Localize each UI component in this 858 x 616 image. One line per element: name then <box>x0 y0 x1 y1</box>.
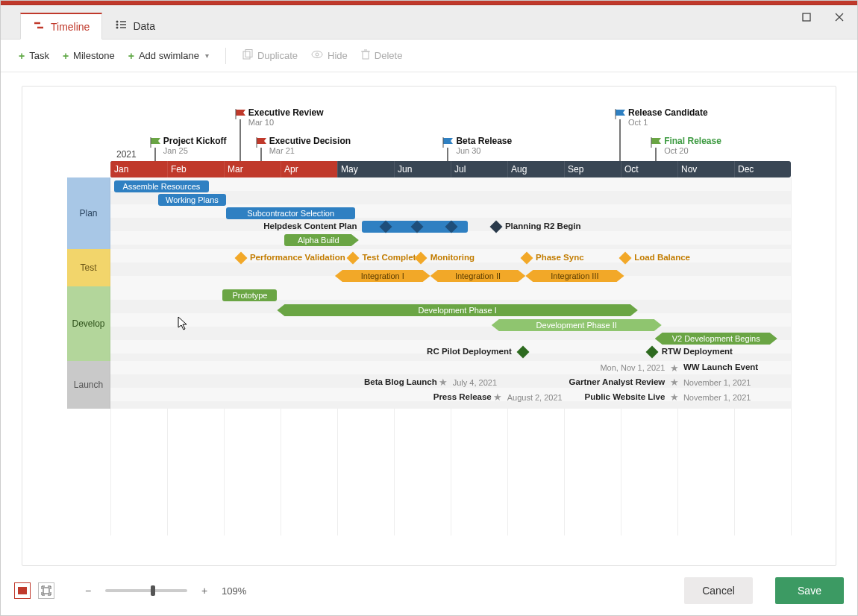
tab-timeline-label: Timeline <box>51 21 90 33</box>
footer: − + 109% Cancel Save <box>1 573 857 615</box>
maximize-icon[interactable] <box>793 8 820 26</box>
month-cell[interactable]: Jun <box>394 161 451 177</box>
month-cell[interactable]: Dec <box>734 161 791 177</box>
press-label: Press Release <box>433 392 492 401</box>
checkpoint-diamond-icon <box>445 221 457 233</box>
milestone-tc[interactable] <box>347 252 360 265</box>
timeline-flag[interactable]: Beta ReleaseJun 30 <box>442 137 454 161</box>
timeline-flag[interactable]: Project KickoffJan 25 <box>150 137 162 161</box>
month-cell[interactable]: Feb <box>167 161 224 177</box>
svg-rect-23 <box>43 588 49 594</box>
timeline-canvas[interactable]: Project KickoffJan 25Executive ReviewMar… <box>22 86 836 566</box>
zoom-out-button[interactable]: − <box>83 585 93 597</box>
task-integration-2[interactable]: Integration II <box>430 270 526 282</box>
milestone-lb[interactable] <box>619 252 632 265</box>
month-cell[interactable]: Sep <box>564 161 621 177</box>
task-working-plans[interactable]: Working Plans <box>158 194 226 206</box>
save-button[interactable]: Save <box>775 577 844 604</box>
milestone-ps-label: Phase Sync <box>536 253 584 262</box>
month-cell[interactable]: May <box>337 161 394 177</box>
task-devphase1[interactable]: Development Phase I <box>277 304 637 316</box>
gartner-date: November 1, 2021 <box>683 378 751 387</box>
zoom-in-button[interactable]: + <box>199 585 210 597</box>
zoom-thumb[interactable] <box>151 585 155 596</box>
hide-button[interactable]: Hide <box>311 50 348 61</box>
milestone-lb-label: Load Balance <box>634 253 690 262</box>
month-cell[interactable]: Oct <box>621 161 677 177</box>
list-icon <box>115 19 127 32</box>
month-axis[interactable]: JanFebMarAprMayJunJulAugSepOctNovDec <box>110 161 791 177</box>
checkpoint-diamond-icon <box>411 221 424 233</box>
tab-data[interactable]: Data <box>102 12 168 39</box>
flag-label: Release Candidate <box>628 107 708 118</box>
task-integration-3[interactable]: Integration III <box>525 270 624 282</box>
milestone-planning-r2[interactable] <box>489 221 502 233</box>
eye-icon <box>311 50 323 61</box>
press-date: August 2, 2021 <box>507 393 563 402</box>
month-cell[interactable]: Nov <box>677 161 734 177</box>
flag-label: Project Kickoff <box>163 136 227 146</box>
task-assemble-resources[interactable]: Assemble Resources <box>114 180 210 192</box>
lane-launch[interactable]: Launch Mon, Nov 1, 2021 ★ WW Launch Even… <box>67 361 791 409</box>
task-prototype[interactable]: Prototype <box>222 289 277 301</box>
star-icon[interactable]: ★ <box>493 392 504 402</box>
duplicate-button[interactable]: Duplicate <box>242 49 298 62</box>
milestone-perf[interactable] <box>234 252 247 265</box>
add-task-button[interactable]: + Task <box>19 50 49 62</box>
month-cell[interactable]: Aug <box>507 161 564 177</box>
lane-plan-body: Assemble Resources Working Plans Subcont… <box>110 177 791 249</box>
task-devphase2[interactable]: Development Phase II <box>492 319 662 331</box>
plus-icon: + <box>63 50 69 62</box>
plus-icon: + <box>128 50 134 62</box>
milestone-rcpilot[interactable] <box>517 346 530 359</box>
add-swimlane-button[interactable]: + Add swimlane ▾ <box>128 50 209 62</box>
month-cell[interactable]: Mar <box>224 161 281 177</box>
flag-label: Beta Release <box>456 136 512 146</box>
window-controls <box>789 5 857 29</box>
timeline-flag[interactable]: Final ReleaseOct 20 <box>651 137 663 161</box>
delete-button[interactable]: Delete <box>361 49 403 62</box>
star-icon[interactable]: ★ <box>670 377 680 387</box>
milestone-rtw[interactable] <box>646 346 659 359</box>
beta-date: July 4, 2021 <box>453 378 497 387</box>
tab-timeline[interactable]: Timeline <box>20 13 102 40</box>
lane-plan[interactable]: Plan Assemble Resources Working Plans Su… <box>67 177 791 249</box>
svg-rect-9 <box>243 51 250 59</box>
task-v2dev[interactable]: V2 Development Begins <box>655 333 777 345</box>
month-cell[interactable]: Jan <box>110 161 167 177</box>
fit-all-button[interactable] <box>38 582 54 599</box>
duplicate-icon <box>242 49 253 62</box>
star-icon[interactable]: ★ <box>439 377 449 387</box>
task-helpdesk[interactable] <box>362 221 467 233</box>
timeline-flag[interactable]: Executive DecisionMar 21 <box>256 137 268 161</box>
lane-test-body: Performance Validation Test Complete Mon… <box>110 249 791 286</box>
month-cell[interactable]: Apr <box>281 161 337 177</box>
timeline-flag[interactable]: Executive ReviewMar 10 <box>235 109 247 161</box>
cancel-button[interactable]: Cancel <box>684 577 753 604</box>
lane-develop[interactable]: Develop Prototype Development Phase I De… <box>67 286 791 361</box>
milestone-ps[interactable] <box>520 252 533 265</box>
flag-date: Oct 20 <box>664 146 688 155</box>
zoom-slider[interactable] <box>105 589 187 592</box>
toolbar-separator <box>225 48 226 64</box>
task-helpdesk-label: Helpdesk Content Plan <box>263 221 357 230</box>
task-alpha-build[interactable]: Alpha Build <box>284 234 359 246</box>
task-subcontractor[interactable]: Subcontractor Selection <box>226 207 355 219</box>
flag-area: Project KickoffJan 25Executive ReviewMar… <box>110 87 791 161</box>
lane-develop-label: Develop <box>67 286 110 361</box>
svg-point-7 <box>116 27 119 29</box>
lane-test[interactable]: Test Performance Validation Test Complet… <box>67 249 791 286</box>
app-window: Timeline Data + Task + Milestone + Add s… <box>0 0 858 616</box>
month-cell[interactable]: Jul <box>451 161 507 177</box>
year-label: 2021 <box>116 149 137 160</box>
star-icon[interactable]: ★ <box>670 362 680 373</box>
task-integration-1[interactable]: Integration I <box>335 270 430 282</box>
timeline-flag[interactable]: Release CandidateOct 1 <box>615 109 627 161</box>
swimlanes: Plan Assemble Resources Working Plans Su… <box>67 177 791 535</box>
add-milestone-button[interactable]: + Milestone <box>63 50 115 62</box>
svg-rect-22 <box>18 587 27 594</box>
svg-point-3 <box>116 21 119 23</box>
star-icon[interactable]: ★ <box>670 392 680 402</box>
close-icon[interactable] <box>826 8 853 26</box>
fit-selection-button[interactable] <box>14 582 31 599</box>
